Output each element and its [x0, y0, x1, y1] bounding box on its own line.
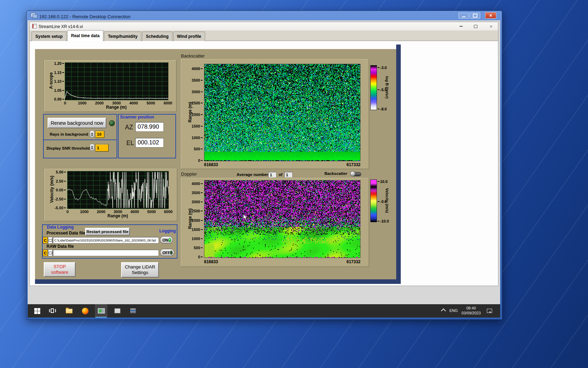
y-tick-label: 2500 [183, 209, 203, 213]
app-restore-button[interactable] [472, 23, 479, 29]
processed-drive-selector[interactable]: C [43, 237, 48, 244]
stop-software-button[interactable]: STOP software [44, 262, 76, 277]
data-logging-title: Data Logging [47, 225, 74, 230]
change-lidar-settings-button[interactable]: Change LiDAR Settings [121, 262, 159, 278]
doppler-x-end-label: 617332 [340, 259, 360, 264]
folder-icon [49, 239, 52, 242]
y-tick-label: 2500 [183, 101, 203, 105]
y-tick-label: 1.10 [44, 79, 64, 83]
controls-divider [43, 139, 117, 140]
y-tick-label: 500 [183, 246, 203, 250]
rays-spinner[interactable] [90, 130, 94, 138]
scheduler-window-icon [114, 308, 120, 313]
rays-in-background-label: Rays in background [50, 132, 88, 136]
change-line2: Settings [132, 270, 148, 275]
mouse-cursor [243, 214, 249, 221]
renew-background-button[interactable]: Renew background now [48, 118, 106, 128]
rdp-minimize-button[interactable] [458, 13, 469, 19]
y-tick-label: 1.05 [44, 88, 64, 93]
elevation-value-field[interactable]: 000.102 [135, 138, 164, 148]
stop-line1: STOP [54, 264, 66, 270]
snr-value-field[interactable]: 1 [95, 144, 108, 151]
tab-wind-profile[interactable]: Wind profile [173, 32, 205, 41]
y-tick-label: 1000 [183, 237, 203, 241]
backscatter-plot-canvas [204, 64, 360, 161]
tray-expand-button[interactable] [440, 307, 447, 315]
list-app-icon [130, 308, 136, 313]
x-tick-label: 4000 [127, 210, 142, 214]
vi-file-icon [32, 24, 37, 28]
y-tick-label: 1000 [183, 136, 203, 140]
colorbar-tick-label: -8.0 [378, 107, 387, 111]
y-tick-label: 3500 [183, 78, 203, 82]
scanner-position-title: Scanner position [120, 115, 154, 120]
doppler-colorbar [370, 179, 377, 222]
decrement-icon [91, 135, 93, 137]
processed-logging-toggle[interactable]: ON [160, 236, 173, 244]
average-count-field[interactable]: 1 [284, 172, 293, 178]
doppler-x-start-label: 616833 [204, 259, 218, 264]
rdp-maximize-button[interactable] [470, 13, 480, 19]
x-tick-label: 6000 [160, 101, 176, 105]
raw-path-input[interactable] [53, 250, 159, 256]
raw-browse-button[interactable] [48, 250, 52, 256]
increment-icon [91, 145, 93, 147]
velocity-plot-canvas [67, 171, 169, 209]
file-explorer-button[interactable] [63, 304, 75, 318]
rdp-close-button[interactable]: × [485, 12, 496, 19]
tab-temp-humidity[interactable]: Temp/humidity [104, 32, 141, 41]
backscatter-x-end-label: 617332 [340, 162, 360, 167]
processed-data-file-label: Processed Data file [47, 231, 85, 236]
chevron-up-icon [441, 308, 446, 313]
streamline-titlebar[interactable] [30, 22, 498, 31]
tab-system-setup[interactable]: System setup [31, 32, 66, 41]
y-tick-label: 5.00 [46, 170, 66, 174]
average-number-field[interactable]: 1 [268, 172, 276, 178]
processed-browse-button[interactable] [48, 237, 52, 244]
tab-scheduling[interactable]: Scheduling [142, 32, 173, 41]
logging-label: Logging [159, 229, 176, 233]
x-tick-label: 5000 [143, 101, 159, 105]
windows-logo-icon [34, 308, 40, 314]
minimize-icon [462, 16, 465, 17]
colorbar-tick-label: 10.0 [378, 179, 387, 184]
app-close-button[interactable]: × [488, 23, 494, 29]
elevation-label: EL [126, 139, 134, 147]
clock[interactable]: 08:40 03/09/2023 [460, 306, 482, 315]
backscatter-x-start-label: 616833 [204, 162, 218, 167]
y-tick-label: 3000 [183, 90, 203, 94]
start-button[interactable] [31, 304, 43, 318]
language-indicator[interactable]: ENG [449, 308, 458, 313]
task-view-button[interactable] [46, 304, 59, 318]
y-tick-label: 4000 [183, 67, 203, 71]
backscatter-colorbar-label: log B (/m/sr) [385, 66, 389, 108]
toggle-knob[interactable] [350, 171, 356, 176]
scan-scheduler-button[interactable] [111, 304, 124, 318]
processed-path-input[interactable]: C:\Lidar\Data\Proc\2023\202309\20230903\… [53, 237, 159, 244]
remote-app-icon [98, 308, 105, 314]
restart-processed-file-button[interactable]: Restart processed file [85, 228, 130, 236]
x-tick-label: 5000 [144, 210, 159, 214]
off-label: OFF [162, 251, 170, 255]
rays-value-field[interactable]: 10 [95, 131, 104, 138]
y-tick-label: 1500 [183, 227, 203, 232]
y-tick-label: 3500 [183, 191, 203, 195]
list-app-button[interactable] [127, 304, 139, 318]
action-center-button[interactable] [485, 307, 493, 315]
snr-spinner[interactable] [90, 144, 94, 151]
tab-bar: System setupReal time dataTemp/humidityS… [31, 30, 206, 41]
raw-drive-selector[interactable]: C [43, 250, 48, 256]
notification-icon [487, 309, 492, 313]
panel-right-border [396, 45, 401, 284]
task-view-icon [49, 308, 56, 314]
x-tick-label: 2000 [92, 101, 107, 105]
app-minimize-button[interactable] [458, 23, 464, 29]
azimuth-value-field[interactable]: 078.990 [135, 122, 164, 132]
y-tick-label: 2.50 [46, 179, 66, 183]
firefox-button[interactable] [79, 304, 91, 318]
restore-icon [474, 25, 477, 28]
raw-logging-toggle[interactable]: OFF [160, 249, 174, 256]
active-app-button[interactable] [95, 304, 107, 318]
tab-real-time-data[interactable]: Real time data [67, 30, 103, 41]
colorbar-tick-label: -10.0 [378, 219, 389, 223]
